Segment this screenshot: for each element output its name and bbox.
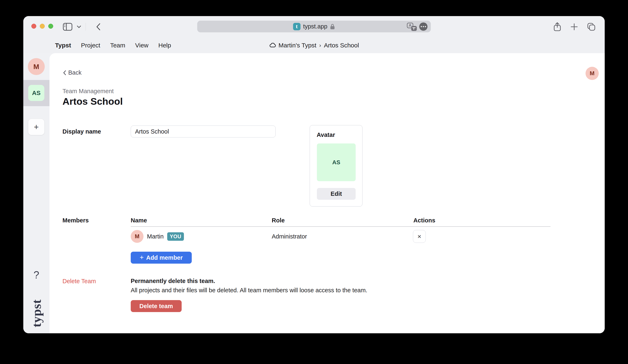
sidebar-item-team-artos-school[interactable]: AS: [28, 85, 44, 101]
typst-logo: typst: [30, 292, 43, 333]
avatar-card-title: Avatar: [317, 132, 335, 138]
column-header-role: Role: [272, 217, 285, 224]
members-label: Members: [63, 217, 89, 224]
table-divider: [131, 226, 550, 227]
address-bar[interactable]: t typst.app A: [197, 21, 431, 32]
member-avatar: M: [131, 230, 144, 243]
minimize-window-button[interactable]: [40, 24, 45, 29]
sidebar-toggle-icon[interactable]: [63, 23, 72, 31]
toolbar-divider: [85, 23, 86, 31]
back-navigation-icon[interactable]: [96, 23, 101, 30]
chevron-left-icon: [63, 70, 66, 75]
browser-window: t typst.app A: [23, 16, 605, 333]
menu-help[interactable]: Help: [158, 42, 171, 49]
breadcrumb-parent[interactable]: Martin's Typst: [279, 42, 316, 49]
back-link[interactable]: Back: [63, 69, 81, 76]
app-menubar: Typst Project Team View Help Martin's Ty…: [23, 38, 605, 53]
avatar-card: Avatar AS Edit: [310, 125, 362, 207]
add-member-button[interactable]: + Add member: [131, 252, 192, 264]
delete-warning-body: All projects and their files will be del…: [131, 287, 367, 294]
back-link-label: Back: [68, 69, 81, 76]
tab-overview-icon[interactable]: [587, 22, 596, 31]
page-title: Artos School: [63, 96, 123, 107]
menu-project[interactable]: Project: [81, 42, 100, 49]
traffic-lights: [31, 24, 53, 29]
translate-icon[interactable]: A: [407, 22, 417, 31]
you-badge: YOU: [167, 232, 184, 241]
delete-team-button[interactable]: Delete team: [131, 300, 182, 312]
display-name-input[interactable]: [131, 126, 276, 138]
page-options-icon[interactable]: [419, 22, 428, 31]
workspace-sidebar: M AS + ? typst: [23, 53, 50, 333]
cloud-icon: [269, 43, 276, 48]
column-header-actions: Actions: [413, 217, 435, 224]
edit-avatar-button[interactable]: Edit: [317, 188, 356, 200]
member-name: Martin: [147, 233, 164, 240]
team-management-page: Back M Team Management Artos School Disp…: [50, 53, 605, 333]
breadcrumb-separator-icon: ›: [319, 42, 321, 49]
menu-view[interactable]: View: [135, 42, 149, 49]
delete-team-section-label: Delete Team: [63, 278, 96, 285]
lock-icon: [330, 23, 335, 30]
team-avatar-preview: AS: [317, 144, 356, 181]
share-icon[interactable]: [553, 22, 561, 32]
member-row-name-cell: M Martin YOU: [131, 230, 184, 243]
breadcrumb-current: Artos School: [324, 42, 359, 49]
url-text: typst.app: [303, 23, 327, 30]
display-name-label: Display name: [63, 126, 101, 138]
plus-icon: +: [140, 254, 144, 261]
sidebar-add-team-button[interactable]: +: [28, 119, 44, 135]
menu-team[interactable]: Team: [110, 42, 125, 49]
titlebar: t typst.app A: [23, 16, 605, 38]
sidebar-user-avatar[interactable]: M: [28, 58, 45, 75]
site-favicon: t: [293, 23, 300, 30]
new-tab-icon[interactable]: [570, 23, 578, 30]
close-window-button[interactable]: [31, 24, 36, 29]
chevron-down-icon[interactable]: [77, 26, 81, 28]
menu-typst[interactable]: Typst: [55, 42, 71, 49]
delete-warning-title: Permanently delete this team.: [131, 278, 215, 285]
column-header-name: Name: [131, 217, 147, 224]
add-member-label: Add member: [146, 254, 183, 261]
remove-member-button[interactable]: ×: [413, 230, 426, 243]
browser-chrome: t typst.app A: [23, 16, 605, 53]
breadcrumb[interactable]: Martin's Typst › Artos School: [269, 38, 359, 53]
member-role: Administrator: [272, 230, 307, 243]
section-label: Team Management: [63, 88, 114, 95]
help-icon[interactable]: ?: [23, 269, 50, 281]
zoom-window-button[interactable]: [48, 24, 53, 29]
account-avatar[interactable]: M: [586, 67, 599, 80]
